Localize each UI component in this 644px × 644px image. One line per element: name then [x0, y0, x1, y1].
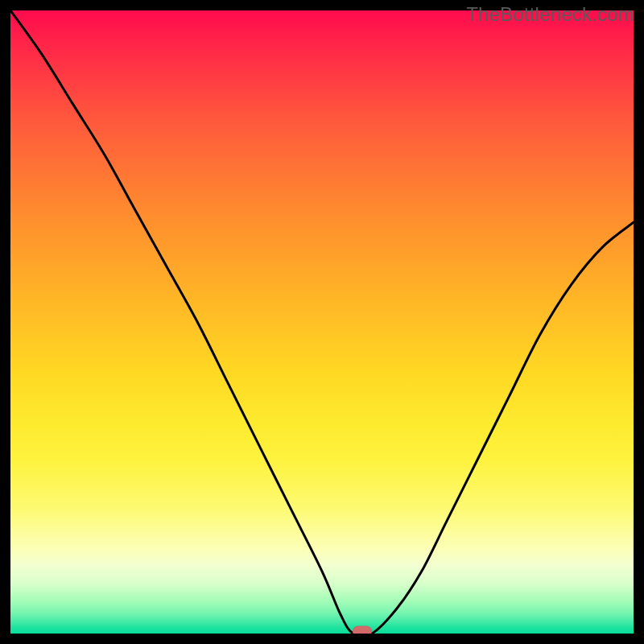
minimum-marker	[353, 626, 372, 634]
plot-area	[10, 10, 634, 634]
bottleneck-curve	[10, 10, 634, 634]
watermark-text: TheBottleneck.com	[466, 3, 634, 26]
chart-frame: TheBottleneck.com	[0, 0, 644, 644]
